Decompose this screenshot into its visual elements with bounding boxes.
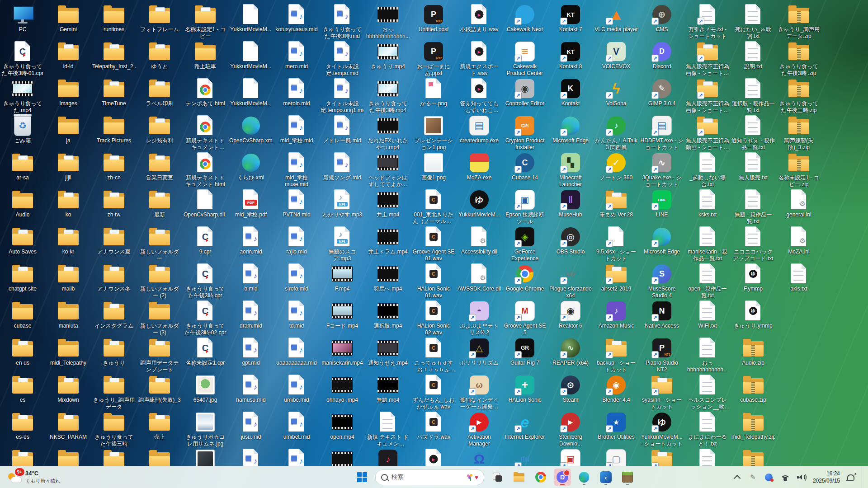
desktop-icon[interactable]: PNT2↗Piapro Studio NT2: [640, 337, 684, 373]
desktop-icon[interactable]: ↗無人販売不正行為画像 - ショートカッ...: [686, 41, 729, 76]
desktop-icon[interactable]: Images: [47, 78, 90, 107]
show-desktop-button[interactable]: [862, 466, 864, 488]
desktop-icon[interactable]: e↗Internet Explorer: [503, 411, 547, 441]
wifi-icon[interactable]: [780, 472, 790, 482]
desktop-icon[interactable]: _起動しない場合.txt: [686, 152, 729, 188]
desktop-icon[interactable]: ‖↗MuseHub: [549, 189, 592, 218]
desktop-icon[interactable]: jijii: [47, 152, 90, 181]
desktop-icon[interactable]: ♪タイトル未設定.tempo.orig1.mid: [321, 78, 364, 113]
desktop-icon[interactable]: PNT2Untitled.ppsf: [412, 4, 455, 33]
desktop-icon[interactable]: YukkuriMovieM...: [229, 4, 273, 33]
desktop-icon[interactable]: ♪td.mid: [275, 300, 318, 329]
desktop-icon[interactable]: 新しいフォルダー (3): [138, 300, 181, 336]
desktop-icon[interactable]: 新しいフォルダー (2): [138, 263, 181, 299]
desktop-icon[interactable]: [731, 448, 775, 466]
task-view-button[interactable]: [489, 469, 506, 486]
desktop-icon[interactable]: PDFmid_学校.pdf: [229, 189, 273, 218]
desktop-icon[interactable]: ▤createdump.exe: [458, 115, 501, 144]
desktop-icon[interactable]: ♪↗Amazon Music: [594, 300, 638, 329]
desktop-icon[interactable]: [92, 448, 136, 466]
desktop-icon[interactable]: [138, 448, 181, 466]
desktop-icon[interactable]: ♪meroin.mid: [275, 78, 318, 107]
desktop-icon[interactable]: きゅうり食ってた午後3時.mp4: [366, 78, 410, 113]
desktop-icon[interactable]: [47, 448, 90, 466]
desktop-icon[interactable]: きゅうり: [92, 337, 136, 366]
desktop-icon[interactable]: ↗筆まめ Ver.28: [594, 189, 638, 218]
desktop-icon[interactable]: ▶答え知っててもむずいわこれ.wav: [458, 78, 501, 113]
desktop-icon[interactable]: ♪rajio.mid: [275, 226, 318, 255]
desktop-icon[interactable]: M↗Groove Agent SE 5: [503, 300, 547, 336]
desktop-icon[interactable]: ↗無人販売不正行為動画 - ショートカット: [686, 115, 729, 150]
desktop-icon[interactable]: ✓↗ノートン 360: [594, 152, 638, 181]
desktop-icon[interactable]: ↗backup - ショートカット: [594, 337, 638, 373]
desktop-icon[interactable]: ▶↗Activation Manager: [458, 411, 501, 447]
desktop-icon[interactable]: ♪hamusu.mid: [229, 374, 273, 404]
desktop-icon[interactable]: きゅうりボカコレ用サムネ.jpg: [184, 411, 227, 447]
desktop-icon[interactable]: MoZA.exe: [458, 152, 501, 181]
desktop-icon[interactable]: ♪: [275, 448, 318, 466]
desktop-icon[interactable]: 65407.jpg: [184, 374, 227, 404]
desktop-icon[interactable]: 井上.mp4: [366, 189, 410, 218]
desktop-icon[interactable]: ja: [47, 115, 90, 144]
desktop-icon[interactable]: ニコニコバックアップコード.txt: [731, 226, 775, 262]
desktop-icon[interactable]: malib: [47, 263, 90, 292]
desktop-icon[interactable]: きゅうり食ってた午後三時.zip: [777, 78, 821, 113]
desktop-icon[interactable]: ◉↗Reaktor 6: [549, 300, 592, 329]
desktop-icon[interactable]: ♪MP3わかりやす.mp3: [321, 189, 364, 218]
desktop-icon[interactable]: open - 親作品一覧.txt: [686, 263, 729, 299]
desktop-icon[interactable]: ◎↗OBS Studio: [549, 226, 592, 255]
chrome-button[interactable]: [532, 469, 549, 486]
desktop-icon[interactable]: ∿↗JQuake.exe - ショートカット: [640, 152, 684, 188]
desktop-icon[interactable]: ▢↗: [594, 448, 638, 466]
desktop-icon[interactable]: [184, 448, 227, 466]
desktop-icon[interactable]: きゅうり.mp4: [366, 41, 410, 70]
pen-icon[interactable]: ✎: [748, 472, 758, 482]
desktop-icon[interactable]: OpenCvSharp.dll...: [184, 189, 227, 218]
desktop-icon[interactable]: ♪mero.mid: [275, 41, 318, 70]
desktop-icon[interactable]: en-us: [1, 337, 44, 366]
desktop-icon[interactable]: 売上: [138, 411, 181, 441]
desktop-icon[interactable]: ▶: [412, 448, 455, 466]
desktop-icon[interactable]: ⊕↗CMS: [640, 4, 684, 33]
desktop-icon[interactable]: CHALion Sonic 01.wav: [412, 263, 455, 299]
desktop-icon[interactable]: 選択肢.mp4: [366, 300, 410, 329]
desktop-icon[interactable]: 路上駐車: [184, 41, 227, 70]
desktop-icon[interactable]: 営業日変更: [138, 152, 181, 181]
desktop-icon[interactable]: OpenCvSharp.xml: [229, 115, 273, 144]
desktop-icon[interactable]: Telepathy_Inst_2...: [92, 41, 136, 70]
desktop-icon[interactable]: きゅうり食ってた午後3時 .zip: [777, 41, 821, 76]
cubase-button[interactable]: ‹: [597, 469, 614, 486]
desktop-icon[interactable]: ılıl↗: [503, 448, 547, 466]
desktop-icon[interactable]: ▶小銭詰まり.wav: [458, 4, 501, 33]
desktop-icon[interactable]: V↗VOICEVOX: [594, 41, 638, 70]
desktop-icon[interactable]: [321, 448, 364, 466]
desktop-icon[interactable]: ♪メドレー風.mid: [321, 115, 364, 144]
desktop-icon[interactable]: S↗MuseScore Studio 4: [640, 263, 684, 299]
desktop-icon[interactable]: ゆYukkuriMovieM...: [458, 189, 501, 218]
desktop-icon[interactable]: Ω: [458, 448, 501, 466]
desktop-icon[interactable]: Auto Saves: [1, 226, 44, 255]
desktop-icon[interactable]: ヘッドフォンはずしててよかっt.mp4: [366, 152, 410, 188]
desktop-icon[interactable]: ♪新規ソング.mid: [321, 152, 364, 181]
desktop-icon[interactable]: KT↗Kontakt 7: [549, 4, 592, 33]
desktop-icon[interactable]: Cきゅうり食ってた午後3時.cpr: [184, 263, 227, 299]
desktop-icon[interactable]: ◉↗Blender 4.4: [594, 374, 638, 404]
desktop-icon[interactable]: ラベル印刷: [138, 78, 181, 107]
desktop-icon[interactable]: 調声練習(失敗)_3.zip: [777, 115, 821, 150]
desktop-icon[interactable]: Cずんだもん_しおかぜふぁ.wav: [412, 374, 455, 410]
desktop-icon[interactable]: ★↗Brother Utilities: [594, 411, 638, 441]
desktop-icon[interactable]: ohhayo-.mp4: [321, 374, 364, 404]
desktop-icon[interactable]: Cきゅうり食ってた午後3時-02.cpr: [184, 300, 227, 336]
desktop-icon[interactable]: ゆ↗YukkuriMovieM... - ショートカット: [640, 411, 684, 447]
tray-chevron-up-icon[interactable]: [731, 472, 741, 482]
desktop-icon[interactable]: ⊙↗Steam: [549, 374, 592, 404]
desktop-icon[interactable]: ♻ごみ箱: [1, 115, 44, 144]
desktop-icon[interactable]: △↗ポリリリリズム: [458, 337, 501, 366]
desktop-icon[interactable]: ♪: [229, 448, 273, 466]
desktop-icon[interactable]: ◉↗Controller Editor: [503, 78, 547, 107]
desktop-icon[interactable]: ⚙MoZA.ini: [777, 226, 821, 255]
search-box[interactable]: 検索♥: [375, 469, 484, 485]
desktop-icon[interactable]: 調声用データテンプレート: [138, 337, 181, 373]
desktop-icon[interactable]: C↗Cubase 14: [503, 152, 547, 181]
desktop-icon[interactable]: id-id: [47, 41, 90, 70]
